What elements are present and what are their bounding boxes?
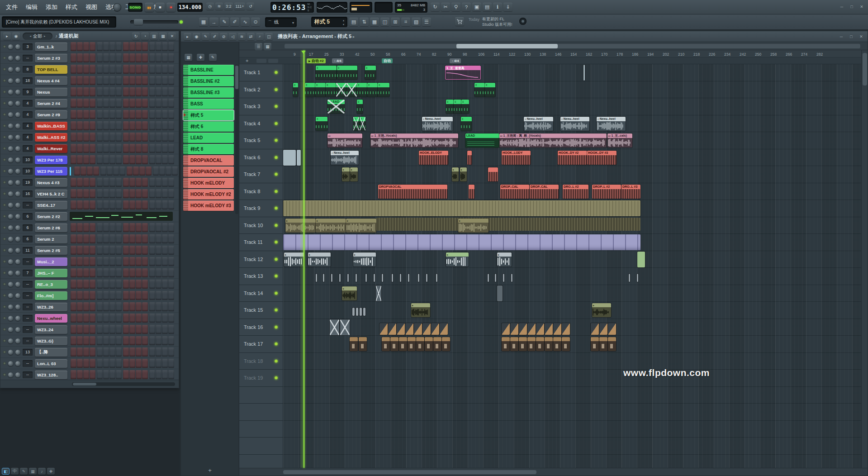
step-cell[interactable] [109, 359, 115, 368]
clip-salmon[interactable]: DROP..CAL [530, 185, 559, 199]
step-cell[interactable] [71, 246, 76, 255]
clip[interactable] [436, 274, 437, 282]
step-cell[interactable] [90, 42, 95, 51]
clip[interactable] [426, 274, 427, 282]
menu-icon[interactable]: ☰ [422, 18, 431, 26]
step-cell[interactable] [149, 87, 155, 96]
step-cell[interactable] [168, 144, 174, 153]
help-icon[interactable]: ? [462, 3, 471, 11]
channel-row[interactable]: 6Serum 2 #2 [0, 211, 179, 222]
step-cell[interactable] [129, 347, 135, 357]
channel-button[interactable]: WZ3 Per 178 [35, 156, 67, 164]
channel-button[interactable]: 【..降 [35, 348, 67, 357]
download-icon[interactable]: ⇓ [503, 3, 512, 11]
step-cell[interactable] [123, 87, 129, 96]
step-cell[interactable] [123, 110, 129, 119]
step-cell[interactable] [142, 200, 148, 209]
track-led[interactable] [275, 291, 278, 295]
clip[interactable] [365, 274, 367, 282]
channel-row[interactable]: --Lon..L 03 [0, 358, 179, 369]
step-cell[interactable] [71, 314, 76, 323]
channel-led[interactable] [3, 57, 6, 59]
volume-knob[interactable] [15, 157, 20, 162]
clip[interactable] [376, 218, 640, 231]
record-icon[interactable]: ◉ [193, 33, 200, 40]
step-cell[interactable] [103, 155, 109, 164]
track-led[interactable] [275, 105, 278, 108]
clip[interactable] [353, 252, 376, 267]
step-cell[interactable] [81, 167, 86, 176]
detach-icon[interactable]: ↻ [132, 33, 140, 40]
step-cell[interactable] [97, 65, 103, 74]
step-cell[interactable] [136, 325, 142, 334]
clip-vocal[interactable]: 1_王..cals) [607, 133, 632, 148]
step-cell[interactable] [142, 42, 148, 51]
step-cell[interactable] [77, 76, 83, 85]
channel-row[interactable]: 16VEH4 5..k 2 C [0, 188, 179, 200]
channel-led[interactable] [3, 294, 6, 297]
step-cell[interactable] [162, 347, 168, 357]
clip-salmon[interactable]: HOOK..DY #3 [587, 151, 617, 165]
clip[interactable] [469, 185, 474, 199]
clip[interactable] [553, 323, 561, 335]
step-cell[interactable] [168, 257, 174, 266]
step-cell[interactable] [83, 65, 89, 74]
step-cell[interactable] [71, 359, 76, 368]
step-cell[interactable] [156, 234, 161, 243]
clip[interactable] [392, 274, 393, 282]
step-cell[interactable] [103, 178, 109, 187]
clip[interactable] [374, 274, 375, 282]
channel-led[interactable] [3, 339, 6, 342]
step-cell[interactable] [71, 234, 76, 243]
step-cell[interactable] [168, 42, 174, 51]
step-cell[interactable] [142, 370, 148, 379]
channel-led[interactable] [3, 113, 6, 116]
step-cell[interactable] [136, 178, 142, 187]
channel-led[interactable] [3, 260, 6, 263]
volume-knob[interactable] [15, 135, 20, 140]
step-cell[interactable] [142, 302, 148, 311]
step-cell[interactable] [129, 336, 135, 345]
step-cell[interactable] [116, 65, 122, 74]
step-cell[interactable] [116, 347, 122, 357]
step-cell[interactable] [119, 167, 125, 176]
step-cell[interactable] [71, 178, 76, 187]
step-cell[interactable] [129, 42, 135, 51]
step-cell[interactable] [77, 302, 83, 311]
step-cell[interactable] [77, 133, 83, 142]
step-cell[interactable] [71, 76, 76, 85]
step-cell[interactable] [90, 302, 95, 311]
track-led[interactable] [275, 173, 278, 176]
step-cell[interactable] [109, 347, 115, 357]
step-cell[interactable] [162, 268, 168, 277]
step-cell[interactable] [123, 223, 129, 232]
step-cell[interactable] [77, 257, 83, 266]
channel-row[interactable]: 18Nexus 4 #4 [0, 75, 179, 86]
step-cell[interactable] [97, 121, 103, 130]
snap-selector[interactable]: 线 [265, 17, 297, 27]
step-cell[interactable] [129, 189, 135, 198]
step-cell[interactable] [149, 178, 155, 187]
channel-row[interactable]: 7JHS..– F [0, 267, 179, 279]
clip[interactable] [414, 323, 422, 335]
step-cell[interactable] [77, 189, 83, 198]
channel-row[interactable]: 4Serum 2 #4 [0, 98, 179, 109]
step-cell[interactable] [123, 347, 129, 357]
step-cell[interactable] [103, 133, 109, 142]
step-cell[interactable] [168, 246, 174, 255]
pan-knob[interactable] [8, 259, 13, 264]
track-header[interactable] [239, 387, 283, 404]
step-cell[interactable] [90, 65, 95, 74]
channel-row[interactable]: --Musi.._2 [0, 256, 179, 267]
pan-knob[interactable] [8, 338, 13, 343]
clip-audio[interactable]: Nexu..heel [331, 151, 359, 165]
step-cell[interactable] [142, 133, 148, 142]
step-cell[interactable] [90, 189, 95, 198]
step-cell[interactable] [156, 302, 161, 311]
step-cell[interactable] [83, 87, 89, 96]
clip-patg[interactable]: LEAD [465, 133, 499, 148]
clip[interactable] [379, 323, 388, 335]
pattern-selector[interactable]: 样式 5 [311, 17, 347, 27]
step-cell[interactable] [77, 223, 83, 232]
channel-button[interactable]: WZ3_128.. [35, 371, 67, 379]
